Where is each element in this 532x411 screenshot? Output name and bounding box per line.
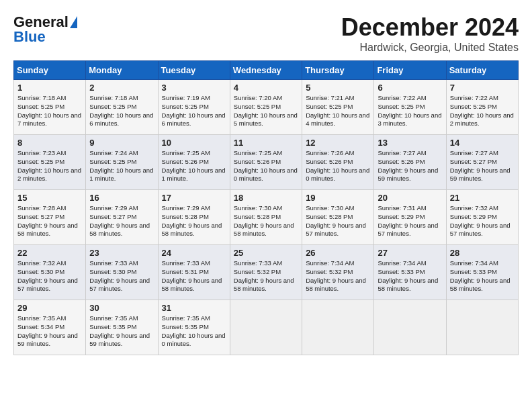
- calendar-cell: 19Sunrise: 7:30 AMSunset: 5:28 PMDayligh…: [302, 190, 374, 245]
- cell-text: Sunrise: 7:25 AMSunset: 5:26 PMDaylight:…: [162, 149, 226, 182]
- cell-text: Sunrise: 7:19 AMSunset: 5:25 PMDaylight:…: [162, 94, 226, 127]
- day-number: 19: [306, 193, 370, 203]
- calendar-cell: 14Sunrise: 7:27 AMSunset: 5:27 PMDayligh…: [446, 135, 518, 190]
- cell-text: Sunrise: 7:21 AMSunset: 5:25 PMDaylight:…: [306, 94, 369, 127]
- calendar-table: SundayMondayTuesdayWednesdayThursdayFrid…: [13, 60, 519, 355]
- calendar-cell: 5Sunrise: 7:21 AMSunset: 5:25 PMDaylight…: [302, 80, 374, 135]
- day-number: 8: [17, 138, 82, 148]
- day-number: 16: [89, 193, 154, 203]
- cell-text: Sunrise: 7:35 AMSunset: 5:35 PMDaylight:…: [162, 314, 226, 347]
- day-number: 4: [234, 83, 298, 93]
- logo-arrow-icon: [70, 16, 77, 28]
- calendar-cell: [230, 300, 302, 355]
- day-number: 9: [89, 138, 154, 148]
- header-day-wednesday: Wednesday: [230, 61, 302, 80]
- calendar-cell: 27Sunrise: 7:34 AMSunset: 5:33 PMDayligh…: [374, 245, 446, 300]
- cell-text: Sunrise: 7:23 AMSunset: 5:25 PMDaylight:…: [17, 149, 81, 182]
- calendar-cell: 17Sunrise: 7:29 AMSunset: 5:28 PMDayligh…: [158, 190, 230, 245]
- cell-text: Sunrise: 7:29 AMSunset: 5:28 PMDaylight:…: [162, 204, 222, 237]
- day-number: 1: [17, 83, 82, 93]
- cell-text: Sunrise: 7:34 AMSunset: 5:33 PMDaylight:…: [450, 259, 511, 292]
- day-number: 2: [89, 83, 154, 93]
- day-number: 3: [162, 83, 226, 93]
- header-day-monday: Monday: [86, 61, 158, 80]
- calendar-cell: 2Sunrise: 7:18 AMSunset: 5:25 PMDaylight…: [86, 80, 158, 135]
- cell-text: Sunrise: 7:18 AMSunset: 5:25 PMDaylight:…: [17, 94, 81, 127]
- calendar-cell: 26Sunrise: 7:34 AMSunset: 5:32 PMDayligh…: [302, 245, 374, 300]
- cell-text: Sunrise: 7:30 AMSunset: 5:28 PMDaylight:…: [234, 204, 294, 237]
- cell-text: Sunrise: 7:33 AMSunset: 5:30 PMDaylight:…: [89, 259, 150, 292]
- week-row-5: 29Sunrise: 7:35 AMSunset: 5:34 PMDayligh…: [14, 300, 519, 355]
- calendar-cell: 9Sunrise: 7:24 AMSunset: 5:25 PMDaylight…: [86, 135, 158, 190]
- calendar-cell: 7Sunrise: 7:22 AMSunset: 5:25 PMDaylight…: [446, 80, 518, 135]
- day-number: 30: [89, 303, 154, 313]
- cell-text: Sunrise: 7:31 AMSunset: 5:29 PMDaylight:…: [378, 204, 438, 237]
- calendar-cell: 12Sunrise: 7:26 AMSunset: 5:26 PMDayligh…: [302, 135, 374, 190]
- day-number: 31: [162, 303, 226, 313]
- cell-text: Sunrise: 7:27 AMSunset: 5:26 PMDaylight:…: [378, 149, 438, 182]
- cell-text: Sunrise: 7:18 AMSunset: 5:25 PMDaylight:…: [89, 94, 153, 127]
- calendar-cell: 22Sunrise: 7:32 AMSunset: 5:30 PMDayligh…: [14, 245, 86, 300]
- day-number: 29: [17, 303, 82, 313]
- day-number: 7: [450, 83, 515, 93]
- calendar-cell: [302, 300, 374, 355]
- week-row-4: 22Sunrise: 7:32 AMSunset: 5:30 PMDayligh…: [14, 245, 519, 300]
- calendar-cell: 6Sunrise: 7:22 AMSunset: 5:25 PMDaylight…: [374, 80, 446, 135]
- cell-text: Sunrise: 7:24 AMSunset: 5:25 PMDaylight:…: [89, 149, 153, 182]
- calendar-cell: 18Sunrise: 7:30 AMSunset: 5:28 PMDayligh…: [230, 190, 302, 245]
- title-area: December 2024 Hardwick, Georgia, United …: [341, 13, 519, 54]
- cell-text: Sunrise: 7:20 AMSunset: 5:25 PMDaylight:…: [234, 94, 298, 127]
- header-day-tuesday: Tuesday: [158, 61, 230, 80]
- month-title: December 2024: [341, 13, 519, 42]
- day-number: 11: [234, 138, 298, 148]
- header-day-thursday: Thursday: [302, 61, 374, 80]
- cell-text: Sunrise: 7:22 AMSunset: 5:25 PMDaylight:…: [378, 94, 441, 127]
- calendar-cell: 1Sunrise: 7:18 AMSunset: 5:25 PMDaylight…: [14, 80, 86, 135]
- calendar-cell: 30Sunrise: 7:35 AMSunset: 5:35 PMDayligh…: [86, 300, 158, 355]
- cell-text: Sunrise: 7:35 AMSunset: 5:34 PMDaylight:…: [17, 314, 78, 347]
- logo-text-blue: Blue: [13, 28, 46, 46]
- calendar-cell: 29Sunrise: 7:35 AMSunset: 5:34 PMDayligh…: [14, 300, 86, 355]
- day-number: 18: [234, 193, 298, 203]
- calendar-cell: [374, 300, 446, 355]
- cell-text: Sunrise: 7:33 AMSunset: 5:31 PMDaylight:…: [162, 259, 222, 292]
- calendar-cell: 28Sunrise: 7:34 AMSunset: 5:33 PMDayligh…: [446, 245, 518, 300]
- header-day-friday: Friday: [374, 61, 446, 80]
- day-number: 22: [17, 248, 82, 258]
- cell-text: Sunrise: 7:22 AMSunset: 5:25 PMDaylight:…: [450, 94, 514, 127]
- cell-text: Sunrise: 7:26 AMSunset: 5:26 PMDaylight:…: [306, 149, 369, 182]
- day-number: 28: [450, 248, 515, 258]
- calendar-cell: 31Sunrise: 7:35 AMSunset: 5:35 PMDayligh…: [158, 300, 230, 355]
- calendar-cell: 21Sunrise: 7:32 AMSunset: 5:29 PMDayligh…: [446, 190, 518, 245]
- day-number: 5: [306, 83, 370, 93]
- day-number: 15: [17, 193, 82, 203]
- calendar-cell: 25Sunrise: 7:33 AMSunset: 5:32 PMDayligh…: [230, 245, 302, 300]
- day-number: 13: [378, 138, 442, 148]
- calendar-cell: 10Sunrise: 7:25 AMSunset: 5:26 PMDayligh…: [158, 135, 230, 190]
- day-number: 27: [378, 248, 442, 258]
- cell-text: Sunrise: 7:28 AMSunset: 5:27 PMDaylight:…: [17, 204, 78, 237]
- day-number: 6: [378, 83, 442, 93]
- day-number: 10: [162, 138, 226, 148]
- calendar-cell: 13Sunrise: 7:27 AMSunset: 5:26 PMDayligh…: [374, 135, 446, 190]
- calendar-cell: 11Sunrise: 7:25 AMSunset: 5:26 PMDayligh…: [230, 135, 302, 190]
- day-number: 14: [450, 138, 515, 148]
- calendar-cell: 8Sunrise: 7:23 AMSunset: 5:25 PMDaylight…: [14, 135, 86, 190]
- location-title: Hardwick, Georgia, United States: [341, 42, 519, 54]
- calendar-body: 1Sunrise: 7:18 AMSunset: 5:25 PMDaylight…: [14, 80, 519, 355]
- header-day-sunday: Sunday: [14, 61, 86, 80]
- day-number: 21: [450, 193, 515, 203]
- week-row-3: 15Sunrise: 7:28 AMSunset: 5:27 PMDayligh…: [14, 190, 519, 245]
- cell-text: Sunrise: 7:32 AMSunset: 5:29 PMDaylight:…: [450, 204, 511, 237]
- cell-text: Sunrise: 7:34 AMSunset: 5:32 PMDaylight:…: [306, 259, 366, 292]
- cell-text: Sunrise: 7:35 AMSunset: 5:35 PMDaylight:…: [89, 314, 150, 347]
- cell-text: Sunrise: 7:32 AMSunset: 5:30 PMDaylight:…: [17, 259, 78, 292]
- calendar-cell: 20Sunrise: 7:31 AMSunset: 5:29 PMDayligh…: [374, 190, 446, 245]
- logo: General Blue: [13, 13, 77, 46]
- cell-text: Sunrise: 7:33 AMSunset: 5:32 PMDaylight:…: [234, 259, 294, 292]
- day-number: 17: [162, 193, 226, 203]
- day-number: 24: [162, 248, 226, 258]
- day-number: 12: [306, 138, 370, 148]
- cell-text: Sunrise: 7:34 AMSunset: 5:33 PMDaylight:…: [378, 259, 438, 292]
- calendar-cell: 15Sunrise: 7:28 AMSunset: 5:27 PMDayligh…: [14, 190, 86, 245]
